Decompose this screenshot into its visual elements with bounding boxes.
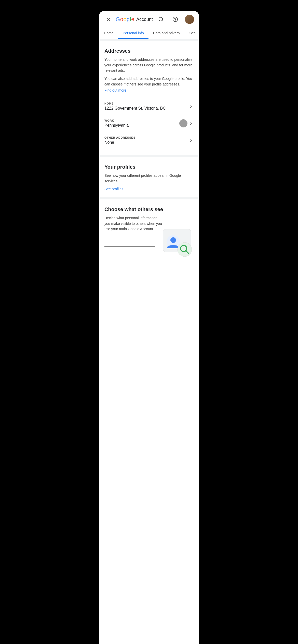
other-addresses-row[interactable]: OTHER ADDRESSES None	[104, 132, 194, 149]
work-label: WORK	[104, 119, 179, 122]
other-address-content: OTHER ADDRESSES None	[104, 136, 188, 145]
profiles-desc: See how your different profiles appear i…	[104, 173, 194, 184]
home-value: 1222 Government St, Victoria, BC	[104, 106, 188, 111]
choose-desc: Decide what personal information you mak…	[104, 215, 162, 232]
app-header: Google Account	[99, 11, 199, 27]
nav-tabs: Home Personal info Data and privacy Sec	[99, 27, 199, 39]
work-address-row[interactable]: WORK Pennsylvania	[104, 115, 194, 132]
work-circle-icon	[179, 119, 187, 127]
home-label: HOME	[104, 102, 188, 105]
search-button[interactable]	[156, 14, 166, 24]
tab-data-privacy[interactable]: Data and privacy	[148, 27, 185, 39]
choose-illustration	[158, 225, 196, 261]
header-left: Google Account	[103, 14, 153, 24]
tab-security[interactable]: Sec	[185, 27, 199, 39]
profiles-title: Your profiles	[104, 164, 194, 170]
profiles-section: Your profiles See how your different pro…	[99, 157, 199, 197]
find-out-more-link[interactable]: Find out more	[104, 88, 126, 92]
other-label: OTHER ADDRESSES	[104, 136, 188, 139]
home-address-content: HOME 1222 Government St, Victoria, BC	[104, 102, 188, 111]
strikethrough-line	[104, 246, 155, 247]
user-avatar	[185, 15, 194, 24]
help-button[interactable]	[170, 14, 180, 24]
section-divider-profiles	[99, 155, 199, 157]
tab-home[interactable]: Home	[99, 27, 118, 39]
other-value: None	[104, 140, 188, 145]
addresses-section: Addresses Your home and work addresses a…	[99, 41, 199, 155]
section-divider-choose	[99, 197, 199, 199]
account-title: Account	[136, 17, 153, 22]
close-button[interactable]	[103, 14, 114, 24]
svg-point-9	[178, 242, 192, 257]
address-list: HOME 1222 Government St, Victoria, BC WO…	[104, 98, 194, 149]
work-value: Pennsylvania	[104, 123, 179, 128]
google-logo: Google	[116, 16, 134, 23]
svg-line-3	[162, 20, 163, 21]
addresses-desc2: You can also add addresses to your Googl…	[104, 76, 194, 87]
work-chevron-icon	[188, 121, 194, 126]
work-address-content: WORK Pennsylvania	[104, 119, 179, 128]
other-chevron-icon	[188, 138, 194, 143]
see-profiles-link[interactable]: See profiles	[104, 187, 123, 191]
home-address-row[interactable]: HOME 1222 Government St, Victoria, BC	[104, 98, 194, 115]
tab-personal-info[interactable]: Personal info	[118, 27, 148, 39]
section-divider-top	[99, 39, 199, 41]
addresses-title: Addresses	[104, 48, 194, 54]
choose-section: Choose what others see Decide what perso…	[99, 199, 199, 261]
svg-point-8	[170, 237, 176, 243]
choose-title: Choose what others see	[104, 207, 194, 212]
home-chevron-icon	[188, 104, 194, 109]
addresses-desc1: Your home and work addresses are used to…	[104, 57, 194, 74]
work-icons	[179, 119, 194, 127]
avatar-button[interactable]	[184, 14, 195, 24]
header-icons	[156, 14, 195, 24]
